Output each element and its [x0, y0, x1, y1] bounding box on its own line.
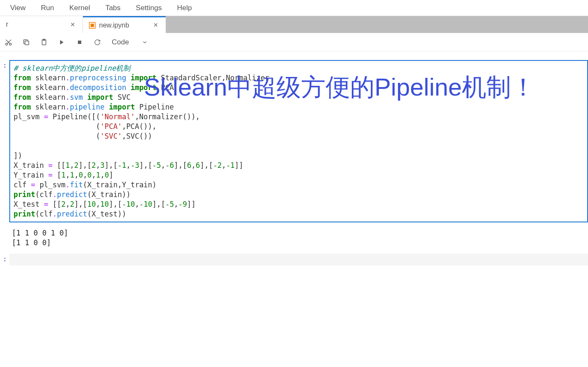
- svg-rect-1: [91, 24, 94, 27]
- run-button[interactable]: [53, 36, 70, 49]
- cell-prompt: :: [0, 60, 9, 222]
- svg-rect-6: [25, 41, 29, 45]
- paste-button[interactable]: [36, 36, 52, 49]
- svg-marker-9: [60, 40, 63, 44]
- cell-0: :# sklearn中方便的pipeline机制from sklearn.pre…: [0, 60, 588, 222]
- stop-button[interactable]: [71, 36, 88, 49]
- notebook-icon: [89, 22, 96, 29]
- svg-point-2: [6, 43, 8, 45]
- menu-view[interactable]: View: [4, 1, 32, 15]
- cell-type-selector[interactable]: Code: [112, 38, 148, 47]
- cut-button[interactable]: [0, 36, 17, 49]
- close-icon[interactable]: ×: [69, 20, 77, 29]
- cell-input[interactable]: # sklearn中方便的pipeline机制from sklearn.prep…: [9, 60, 588, 222]
- copy-button[interactable]: [18, 36, 35, 49]
- svg-point-3: [9, 43, 11, 45]
- restart-button[interactable]: [89, 36, 106, 49]
- close-icon[interactable]: ×: [152, 21, 160, 30]
- menubar: ViewRunKernelTabsSettingsHelp: [0, 0, 588, 16]
- cell-output: [1 1 0 0 1 0] [1 1 0 0]: [12, 225, 588, 251]
- menu-settings[interactable]: Settings: [130, 1, 168, 15]
- tab-label: new.ipynb: [99, 22, 129, 29]
- cell-type-label: Code: [112, 38, 129, 47]
- notebook-area[interactable]: :# sklearn中方便的pipeline机制from sklearn.pre…: [0, 52, 588, 266]
- cell-1: :: [0, 254, 588, 266]
- tabbar: r×new.ipynb×: [0, 16, 588, 33]
- tab-0[interactable]: r×: [0, 16, 83, 33]
- menu-help[interactable]: Help: [171, 1, 198, 15]
- menu-tabs[interactable]: Tabs: [99, 1, 127, 15]
- menu-run[interactable]: Run: [35, 1, 60, 15]
- cell-input[interactable]: [9, 254, 588, 266]
- menu-kernel[interactable]: Kernel: [63, 1, 96, 15]
- cell-prompt: :: [0, 254, 9, 266]
- toolbar: Code: [0, 33, 588, 52]
- chevron-down-icon: [142, 39, 148, 45]
- tab-1[interactable]: new.ipynb×: [83, 16, 166, 33]
- cell-output-row: [1 1 0 0 1 0] [1 1 0 0]: [0, 225, 588, 251]
- svg-rect-10: [78, 41, 81, 44]
- tab-label: r: [6, 21, 8, 28]
